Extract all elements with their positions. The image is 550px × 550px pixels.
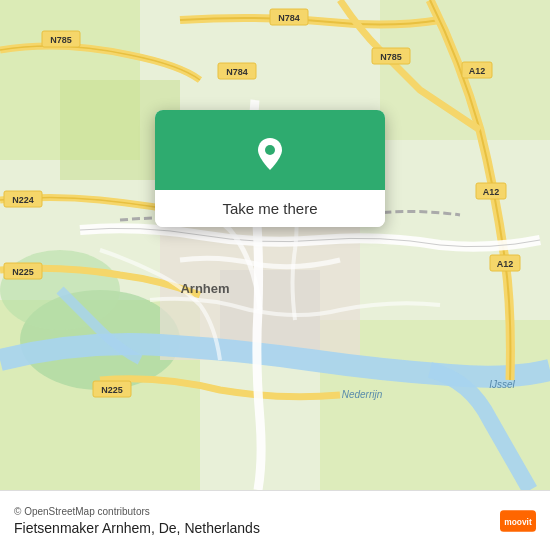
moovit-icon: moovit xyxy=(500,503,536,539)
svg-text:Arnhem: Arnhem xyxy=(180,281,229,296)
svg-text:A12: A12 xyxy=(497,259,514,269)
popup-green-area xyxy=(155,110,385,190)
svg-text:N224: N224 xyxy=(12,195,34,205)
moovit-logo: moovit xyxy=(500,503,536,539)
svg-text:IJssel: IJssel xyxy=(489,379,515,390)
svg-text:N785: N785 xyxy=(50,35,72,45)
bottom-bar: © OpenStreetMap contributors Fietsenmake… xyxy=(0,490,550,550)
location-name: Fietsenmaker Arnhem, De, Netherlands xyxy=(14,520,260,536)
svg-text:N225: N225 xyxy=(101,385,123,395)
svg-text:A12: A12 xyxy=(483,187,500,197)
map-container: N784 N785 N785 N784 A12 N224 A12 N225 A1… xyxy=(0,0,550,490)
svg-text:Nederrijn: Nederrijn xyxy=(342,389,383,400)
svg-text:N784: N784 xyxy=(278,13,300,23)
location-pin-icon xyxy=(248,132,292,176)
svg-text:N225: N225 xyxy=(12,267,34,277)
osm-credit: © OpenStreetMap contributors xyxy=(14,506,260,517)
svg-text:moovit: moovit xyxy=(504,517,532,527)
svg-text:N785: N785 xyxy=(380,52,402,62)
bottom-left: © OpenStreetMap contributors Fietsenmake… xyxy=(14,506,260,536)
svg-point-35 xyxy=(265,145,275,155)
take-me-there-button[interactable]: Take me there xyxy=(155,190,385,227)
svg-text:N784: N784 xyxy=(226,67,248,77)
popup-card: Take me there xyxy=(155,110,385,227)
svg-rect-10 xyxy=(220,270,320,350)
svg-text:A12: A12 xyxy=(469,66,486,76)
